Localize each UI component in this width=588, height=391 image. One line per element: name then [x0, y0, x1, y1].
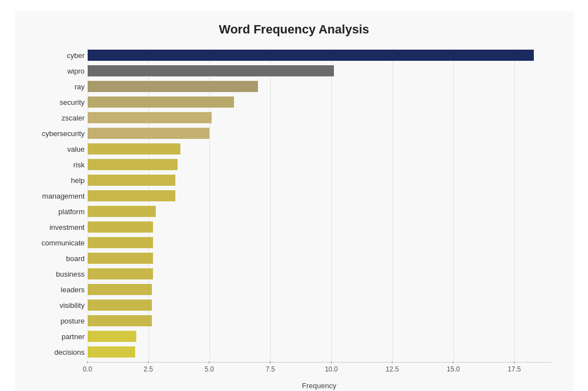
bar-row: business: [88, 267, 551, 281]
bar-row: cybersecurity: [88, 126, 551, 141]
bar: [88, 65, 334, 76]
bar-label: cyber: [26, 51, 85, 60]
x-tick: 0.0: [83, 365, 92, 373]
x-tick: 2.5: [144, 365, 153, 373]
bar: [88, 159, 178, 170]
bar: [88, 300, 152, 311]
bar: [88, 50, 534, 61]
bar: [88, 112, 212, 123]
bar: [88, 96, 234, 108]
x-tick: 12.5: [386, 365, 399, 373]
bar: [88, 315, 152, 326]
x-tick: 5.0: [205, 365, 214, 373]
bar: [88, 175, 175, 186]
bar: [88, 206, 156, 217]
bar-label: communicate: [26, 239, 85, 247]
bar: [88, 221, 154, 233]
bar-label: security: [26, 98, 85, 107]
bar: [88, 190, 175, 201]
bar-label: partner: [26, 332, 85, 341]
bar-row: help: [88, 173, 551, 187]
bar-row: management: [88, 189, 551, 203]
bar-label: management: [26, 192, 85, 200]
bar: [88, 331, 136, 342]
bar-row: board: [88, 251, 551, 266]
bar-row: posture: [88, 313, 551, 328]
bar-row: risk: [88, 157, 551, 172]
bar-row: value: [88, 142, 551, 156]
bar: [88, 143, 180, 155]
bar: [88, 81, 259, 92]
bar-label: posture: [26, 317, 85, 325]
x-tick: 17.5: [508, 365, 520, 373]
bar-row: cyber: [88, 48, 551, 62]
bar-row: partner: [88, 329, 551, 344]
bar: [88, 253, 154, 264]
bar-label: leaders: [26, 286, 85, 294]
bar: [88, 284, 152, 295]
chart-container: Word Frequency Analysis cyberwiproraysec…: [15, 11, 573, 391]
bar-label: board: [26, 254, 85, 263]
bar: [88, 128, 209, 139]
x-tick: 10.0: [325, 365, 338, 373]
x-axis-label: Frequency: [88, 382, 551, 390]
bar-label: zscaler: [26, 114, 85, 122]
bar-label: risk: [26, 161, 85, 169]
bar-row: zscaler: [88, 110, 551, 125]
x-tick: 15.0: [447, 365, 460, 373]
bar-label: ray: [26, 83, 85, 91]
bar: [88, 268, 154, 279]
bar-label: help: [26, 176, 85, 185]
bar-row: decisions: [88, 345, 551, 359]
bars-container: cyberwiproraysecurityzscalercybersecurit…: [88, 48, 551, 359]
chart-title: Word Frequency Analysis: [26, 22, 562, 37]
x-axis: 0.02.55.07.510.012.515.017.5: [88, 362, 551, 379]
bar-label: decisions: [26, 348, 85, 356]
bar: [88, 237, 154, 248]
chart-plot-area: cyberwiproraysecurityzscalercybersecurit…: [88, 48, 551, 359]
bar-label: cybersecurity: [26, 129, 85, 138]
bar-label: value: [26, 145, 85, 153]
bar-row: visibility: [88, 298, 551, 312]
bar-row: leaders: [88, 282, 551, 297]
bar: [88, 346, 135, 358]
bar-row: ray: [88, 79, 551, 94]
bar-row: platform: [88, 204, 551, 219]
bar-row: investment: [88, 220, 551, 234]
bar-label: visibility: [26, 301, 85, 310]
bar-row: wipro: [88, 64, 551, 78]
x-tick: 7.5: [266, 365, 275, 373]
bar-row: security: [88, 95, 551, 109]
bar-label: investment: [26, 223, 85, 231]
bar-row: communicate: [88, 235, 551, 250]
bar-label: business: [26, 270, 85, 278]
bar-label: platform: [26, 207, 85, 216]
bar-label: wipro: [26, 67, 85, 75]
